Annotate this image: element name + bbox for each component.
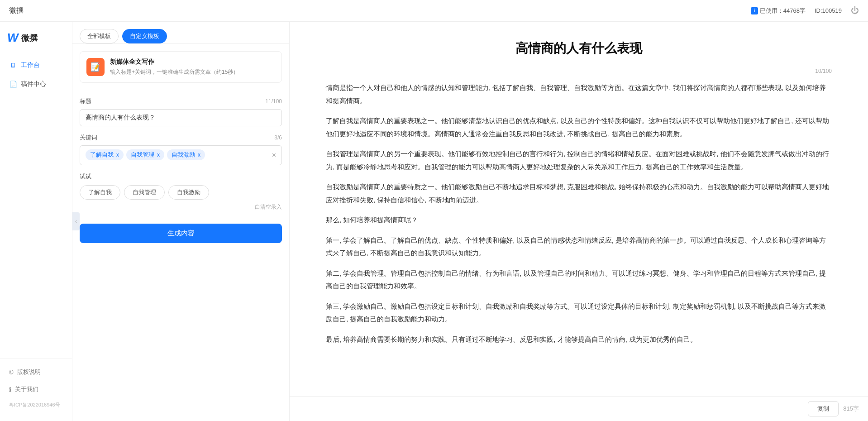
sidebar-workspace-label: 工作台 xyxy=(21,61,40,69)
article-para-0: 情商是指一个人对自己和他人的情感的认知和管理能力, 包括了解自我、自我管理、自我… xyxy=(326,81,832,107)
form-section: 标题 11/100 关键词 3/6 了解自我 x 自我管理 x xyxy=(72,90,289,172)
template-card-icon: 📝 xyxy=(86,58,105,76)
keyword-label: 关键词 xyxy=(80,134,97,142)
id-label: ID:100519 xyxy=(815,7,842,14)
article-para-1: 了解自我是高情商人的重要表现之一。他们能够清楚地认识自己的优点和缺点, 以及自己… xyxy=(326,115,832,140)
char-count: 815字 xyxy=(843,405,859,413)
about-label: 关于我们 xyxy=(15,385,38,393)
sidebar-logo: W 微撰 xyxy=(0,31,72,56)
sidebar-bottom: © 版权说明 ℹ 关于我们 粤ICP备2022016946号 xyxy=(0,359,72,412)
sidebar: W 微撰 🖥 工作台 📄 稿件中心 © 版权说明 ℹ 关于我们 粤ICP备202… xyxy=(0,22,72,421)
keyword-tag-close-2[interactable]: x xyxy=(198,152,200,158)
title-field-label-row: 标题 11/100 xyxy=(80,97,282,105)
try-tags: 了解自我 自我管理 自我激励 xyxy=(80,185,282,200)
keyword-tag-0: 了解自我 x xyxy=(86,149,124,160)
generate-btn-wrap: 生成内容 xyxy=(72,218,289,252)
logo-text: 微撰 xyxy=(21,33,38,43)
sidebar-drafts-label: 稿件中心 xyxy=(21,80,46,88)
template-card-title: 新媒体全文写作 xyxy=(110,58,238,66)
content-area: 高情商的人有什么表现 10/100 情商是指一个人对自己和他人的情感的认知和管理… xyxy=(290,22,868,396)
right-panel: 高情商的人有什么表现 10/100 情商是指一个人对自己和他人的情感的认知和管理… xyxy=(290,22,868,421)
right-bottom-bar: 复制 815字 xyxy=(290,396,868,421)
article-title: 高情商的人有什么表现 xyxy=(326,40,832,57)
topbar-title: 微撰 xyxy=(9,6,24,15)
generate-button[interactable]: 生成内容 xyxy=(80,224,282,243)
title-input[interactable] xyxy=(80,109,282,126)
template-card-desc: 输入标题+关键词，一键准确生成所需文章（约15秒） xyxy=(110,68,238,76)
keywords-clear-btn[interactable]: × xyxy=(272,151,276,159)
sidebar-item-about[interactable]: ℹ 关于我们 xyxy=(0,381,72,398)
drafts-icon: 📄 xyxy=(9,80,17,88)
copyright-label: 版权说明 xyxy=(17,368,41,376)
try-tag-1[interactable]: 自我管理 xyxy=(124,185,165,200)
title-label: 标题 xyxy=(80,97,91,105)
topbar-right: i 已使用：44768字 ID:100519 ⏻ xyxy=(751,6,859,15)
workspace-icon: 🖥 xyxy=(9,61,17,69)
keywords-box[interactable]: 了解自我 x 自我管理 x 自我激励 x × xyxy=(80,145,282,165)
title-count: 11/100 xyxy=(265,98,282,105)
article-page-count: 10/100 xyxy=(326,68,832,74)
sidebar-item-drafts[interactable]: 📄 稿件中心 xyxy=(0,75,72,94)
beian-text: 粤ICP备2022016946号 xyxy=(0,398,72,412)
article-para-8: 最后, 培养高情商需要长期的努力和实践。只有通过不断地学习、反思和实践, 才能够… xyxy=(326,333,832,346)
tab-all-templates[interactable]: 全部模板 xyxy=(80,29,119,43)
keyword-tag-label-1: 自我管理 xyxy=(131,151,154,159)
keyword-tag-label-2: 自我激励 xyxy=(172,151,195,159)
sidebar-item-copyright[interactable]: © 版权说明 xyxy=(0,364,72,381)
logo-w-icon: W xyxy=(7,31,19,45)
article-para-6: 第二, 学会自我管理。管理自己包括控制自己的情绪、行为和言语, 以及管理自己的时… xyxy=(326,267,832,293)
info-icon: i xyxy=(751,7,758,14)
keyword-tag-label-0: 了解自我 xyxy=(90,151,114,159)
keyword-tag-2: 自我激励 x xyxy=(167,149,205,160)
article-para-5: 第一, 学会了解自己。了解自己的优点、缺点、个性特质和偏好, 以及自己的情感状态… xyxy=(326,234,832,260)
clear-link[interactable]: 白清空录入 xyxy=(80,203,282,211)
keyword-tag-close-0[interactable]: x xyxy=(116,152,119,158)
keyword-count: 3/6 xyxy=(274,134,282,141)
keyword-field-label-row: 关键词 3/6 xyxy=(80,134,282,142)
usage-label: 已使用：44768字 xyxy=(760,7,806,15)
try-tag-0[interactable]: 了解自我 xyxy=(80,185,120,200)
keyword-tag-close-1[interactable]: x xyxy=(157,152,160,158)
try-tag-2[interactable]: 自我激励 xyxy=(168,185,209,200)
topbar: 微撰 i 已使用：44768字 ID:100519 ⏻ xyxy=(0,0,868,22)
copyright-icon: © xyxy=(9,369,14,376)
article-para-2: 自我管理是高情商人的另一个重要表现。他们能够有效地控制自己的言行和行为, 控制自… xyxy=(326,148,832,173)
article-para-4: 那么, 如何培养和提高情商呢？ xyxy=(326,214,832,227)
collapse-button[interactable]: ‹ xyxy=(72,212,80,230)
try-label: 试试 xyxy=(80,172,282,181)
about-icon: ℹ xyxy=(9,386,11,393)
try-section: 试试 了解自我 自我管理 自我激励 白清空录入 xyxy=(72,172,289,218)
template-card-info: 新媒体全文写作 输入标题+关键词，一键准确生成所需文章（约15秒） xyxy=(110,58,238,76)
article-body: 情商是指一个人对自己和他人的情感的认知和管理能力, 包括了解自我、自我管理、自我… xyxy=(326,81,832,346)
power-icon[interactable]: ⏻ xyxy=(851,6,859,15)
template-tabs: 全部模板 自定义模板 xyxy=(72,22,289,44)
tab-custom-templates[interactable]: 自定义模板 xyxy=(122,29,167,43)
copy-button[interactable]: 复制 xyxy=(808,401,839,416)
article-para-7: 第三, 学会激励自己。激励自己包括设定目标和计划、自我激励和自我奖励等方式。可以… xyxy=(326,300,832,326)
article-para-3: 自我激励是高情商人的重要特质之一。他们能够激励自己不断地追求目标和梦想, 克服困… xyxy=(326,181,832,206)
sidebar-item-workspace[interactable]: 🖥 工作台 xyxy=(0,56,72,75)
sidebar-nav: 🖥 工作台 📄 稿件中心 xyxy=(0,56,72,359)
left-panel: 全部模板 自定义模板 📝 新媒体全文写作 输入标题+关键词，一键准确生成所需文章… xyxy=(72,22,290,421)
usage-info: i 已使用：44768字 xyxy=(751,7,806,15)
template-card[interactable]: 📝 新媒体全文写作 输入标题+关键词，一键准确生成所需文章（约15秒） xyxy=(80,51,282,83)
keyword-tag-1: 自我管理 x xyxy=(126,149,164,160)
